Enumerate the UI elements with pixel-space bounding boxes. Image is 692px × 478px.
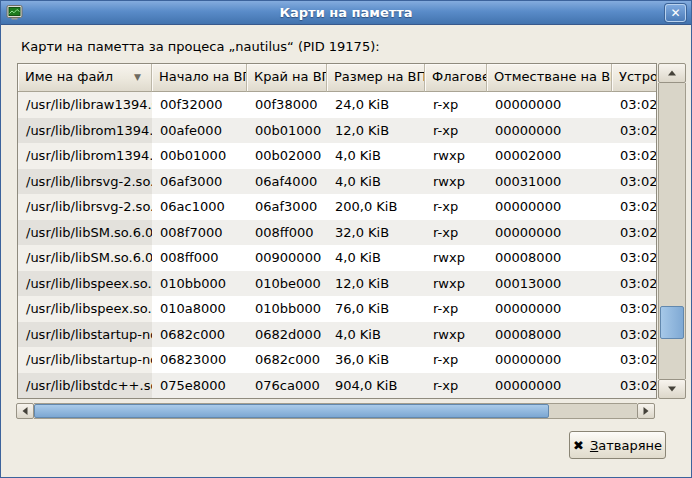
cell-device: 03:02: [612, 169, 657, 195]
cell-device: 03:02: [612, 245, 657, 271]
table-row[interactable]: /usr/lib/librom1394.so00afe00000b0100012…: [18, 118, 656, 144]
scroll-up-button[interactable]: [658, 63, 686, 83]
table-row[interactable]: /usr/lib/libstdc++.so.075e8000076ca00090…: [18, 373, 656, 399]
cell-vm_size: 4,0 KiB: [327, 169, 425, 195]
cell-filename: /usr/lib/libSM.so.6.0.0: [18, 245, 152, 271]
cell-device: 03:02: [612, 220, 657, 246]
cell-flags: rwxp: [425, 143, 487, 169]
cell-filename: /usr/lib/libspeex.so.1: [18, 296, 152, 322]
cell-filename: /usr/lib/librom1394.so: [18, 143, 152, 169]
table-row[interactable]: /usr/lib/libSM.so.6.0.0008f7000008ff0003…: [18, 220, 656, 246]
cell-vm_size: 32,0 KiB: [327, 220, 425, 246]
cell-vm_offset: 00000000: [487, 296, 612, 322]
cell-vm_start: 06af3000: [152, 169, 247, 195]
cell-device: 03:02: [612, 271, 657, 297]
cell-filename: /usr/lib/librom1394.so: [18, 118, 152, 144]
vertical-scrollbar-track[interactable]: [658, 83, 686, 379]
table-row[interactable]: /usr/lib/libspeex.so.1010bb000010be00012…: [18, 271, 656, 297]
cell-flags: rwxp: [425, 322, 487, 348]
process-info-label: Карти на паметта за процеса „nautilus“ (…: [21, 39, 380, 54]
cell-vm_end: 0682c000: [247, 347, 327, 373]
cell-filename: /usr/lib/libSM.so.6.0.0: [18, 220, 152, 246]
arrow-right-icon: [644, 407, 649, 415]
cell-vm_offset: 00000000: [487, 118, 612, 144]
cell-flags: r-xp: [425, 373, 487, 399]
vertical-scrollbar-thumb[interactable]: [660, 306, 684, 339]
cell-vm_size: 12,0 KiB: [327, 271, 425, 297]
cell-vm_start: 010a8000: [152, 296, 247, 322]
column-header-label: Край на ВП: [254, 69, 327, 84]
horizontal-scrollbar[interactable]: [16, 403, 655, 419]
cell-vm_end: 06af4000: [247, 169, 327, 195]
column-header-vm_size[interactable]: Размер на ВП: [327, 64, 425, 92]
cell-vm_size: 200,0 KiB: [327, 194, 425, 220]
cell-flags: rwxp: [425, 169, 487, 195]
cell-device: 03:02: [612, 194, 657, 220]
horizontal-scrollbar-track[interactable]: [34, 403, 637, 419]
vertical-scrollbar[interactable]: [658, 63, 686, 399]
column-header-label: Отместване на ВП: [494, 69, 612, 84]
cell-vm_offset: 00008000: [487, 245, 612, 271]
cell-vm_size: 24,0 KiB: [327, 92, 425, 118]
table-header-row: Име на файл▼Начало на ВПКрай на ВПРазмер…: [18, 64, 656, 92]
cell-vm_start: 008f7000: [152, 220, 247, 246]
cell-vm_end: 06af3000: [247, 194, 327, 220]
cell-device: 03:02: [612, 92, 657, 118]
cell-vm_end: 00f38000: [247, 92, 327, 118]
column-header-label: Размер на ВП: [334, 69, 425, 84]
column-header-device[interactable]: Устройство: [612, 64, 657, 92]
cell-vm_start: 0682c000: [152, 322, 247, 348]
titlebar[interactable]: Карти на паметта ✕: [1, 1, 691, 25]
cell-vm_start: 010bb000: [152, 271, 247, 297]
arrow-left-icon: [23, 407, 28, 415]
cell-vm_end: 00b02000: [247, 143, 327, 169]
cell-vm_offset: 00000000: [487, 373, 612, 399]
table-row[interactable]: /usr/lib/librom1394.so00b0100000b020004,…: [18, 143, 656, 169]
scroll-left-button[interactable]: [16, 403, 34, 419]
cell-vm_size: 4,0 KiB: [327, 245, 425, 271]
cell-vm_end: 0682d000: [247, 322, 327, 348]
table-row[interactable]: /usr/lib/librsvg-2.so.206af300006af40004…: [18, 169, 656, 195]
window-close-button[interactable]: ✕: [665, 4, 686, 22]
horizontal-scrollbar-thumb[interactable]: [34, 404, 549, 418]
column-header-filename[interactable]: Име на файл▼: [18, 64, 152, 92]
close-button[interactable]: ✖ Затваряне: [569, 431, 666, 459]
cell-vm_size: 36,0 KiB: [327, 347, 425, 373]
column-header-vm_end[interactable]: Край на ВП: [247, 64, 327, 92]
column-header-flags[interactable]: Флагове: [425, 64, 487, 92]
window-title: Карти на паметта: [1, 1, 691, 25]
cell-vm_size: 76,0 KiB: [327, 296, 425, 322]
table-row[interactable]: /usr/lib/libSM.so.6.0.0008ff000009000004…: [18, 245, 656, 271]
cell-vm_offset: 00008000: [487, 322, 612, 348]
close-button-label: Затваряне: [590, 438, 662, 453]
table-row[interactable]: /usr/lib/libstartup-not068230000682c0003…: [18, 347, 656, 373]
table-row[interactable]: /usr/lib/libraw1394.so00f3200000f3800024…: [18, 92, 656, 118]
column-header-vm_offset[interactable]: Отместване на ВП: [487, 64, 612, 92]
column-header-vm_start[interactable]: Начало на ВП: [152, 64, 247, 92]
cell-filename: /usr/lib/libstartup-not: [18, 322, 152, 348]
cell-vm_offset: 00000000: [487, 92, 612, 118]
scroll-down-button[interactable]: [658, 379, 686, 399]
cell-device: 03:02: [612, 296, 657, 322]
cell-vm_offset: 00002000: [487, 143, 612, 169]
scroll-right-button[interactable]: [637, 403, 655, 419]
table-row[interactable]: /usr/lib/libspeex.so.1010a8000010bb00076…: [18, 296, 656, 322]
arrow-up-icon: [668, 71, 676, 76]
cell-vm_start: 00afe000: [152, 118, 247, 144]
cell-vm_start: 008ff000: [152, 245, 247, 271]
table-row[interactable]: /usr/lib/librsvg-2.so.206ac100006af30002…: [18, 194, 656, 220]
cell-vm_start: 00f32000: [152, 92, 247, 118]
cell-vm_end: 00900000: [247, 245, 327, 271]
column-header-label: Начало на ВП: [159, 69, 247, 84]
cell-flags: rwxp: [425, 245, 487, 271]
cell-device: 03:02: [612, 118, 657, 144]
cell-filename: /usr/lib/librsvg-2.so.2: [18, 194, 152, 220]
cell-vm_offset: 00000000: [487, 194, 612, 220]
cell-vm_start: 075e8000: [152, 373, 247, 399]
cell-vm_offset: 00031000: [487, 169, 612, 195]
sort-descending-icon: ▼: [134, 64, 141, 91]
table-row[interactable]: /usr/lib/libstartup-not0682c0000682d0004…: [18, 322, 656, 348]
cell-vm_start: 00b01000: [152, 143, 247, 169]
cell-device: 03:02: [612, 347, 657, 373]
cell-filename: /usr/lib/libraw1394.so: [18, 92, 152, 118]
